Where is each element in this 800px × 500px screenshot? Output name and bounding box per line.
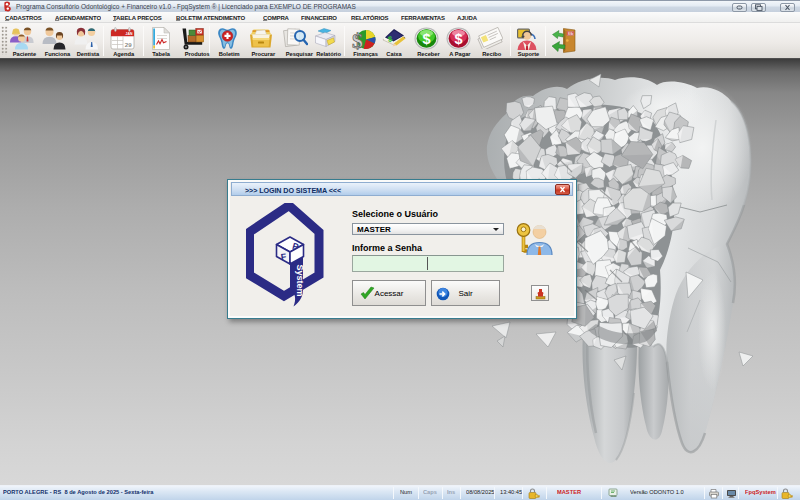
svg-text:$: $	[454, 31, 462, 47]
svg-text:System: System	[295, 265, 305, 297]
svg-text:$: $	[422, 31, 430, 47]
svg-text:JAN: JAN	[125, 32, 132, 36]
svg-text:EXIT: EXIT	[567, 32, 574, 36]
svg-text:29: 29	[124, 41, 131, 48]
svg-text:$: $	[352, 28, 363, 52]
